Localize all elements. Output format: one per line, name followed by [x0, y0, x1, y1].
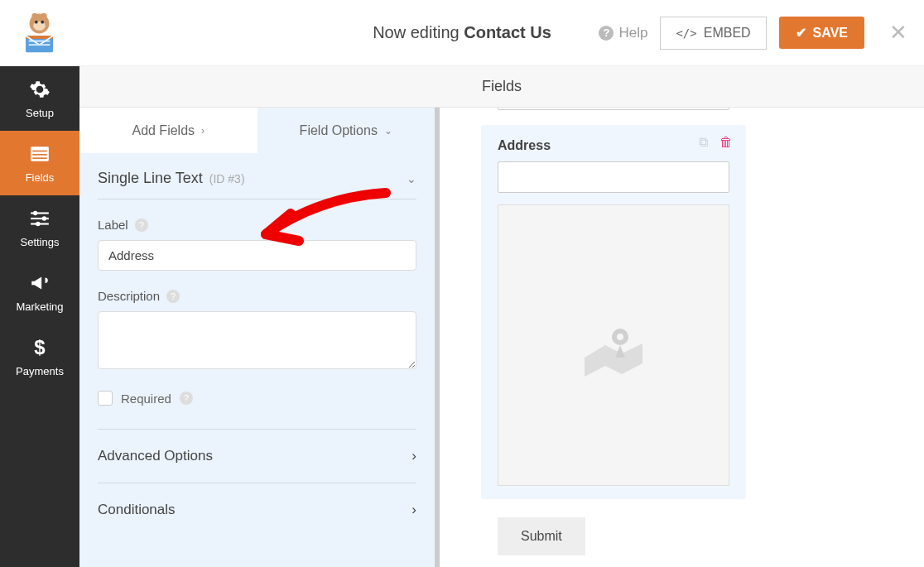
help-icon[interactable]: ? [135, 219, 148, 232]
sidebar-item-payments[interactable]: $ Payments [0, 324, 79, 389]
duplicate-icon[interactable]: ⧉ [699, 135, 708, 150]
tab-add-fields[interactable]: Add Fields› [79, 108, 257, 153]
gear-icon [29, 79, 51, 100]
svg-point-4 [35, 21, 38, 24]
sidebar-item-settings[interactable]: Settings [0, 195, 79, 260]
sidebar-item-setup[interactable]: Setup [0, 66, 79, 131]
required-checkbox[interactable] [98, 391, 113, 406]
tab-field-options[interactable]: Field Options⌄ [257, 108, 436, 153]
svg-rect-8 [29, 41, 51, 42]
chevron-right-icon: › [411, 502, 416, 518]
map-pin-icon [576, 312, 651, 378]
sidebar-item-marketing[interactable]: Marketing [0, 260, 79, 324]
advanced-options-toggle[interactable]: Advanced Options› [98, 429, 416, 483]
embed-button[interactable]: </> EMBED [660, 17, 766, 50]
sidebar-item-fields[interactable]: Fields [0, 131, 79, 195]
close-icon[interactable]: ✕ [889, 20, 907, 46]
help-icon[interactable]: ? [180, 392, 193, 405]
required-label: Required [121, 392, 171, 406]
svg-point-1 [31, 13, 37, 19]
svg-point-2 [41, 13, 46, 19]
svg-rect-11 [32, 150, 46, 151]
chevron-right-icon: › [411, 448, 416, 464]
svg-point-19 [36, 221, 40, 225]
list-icon [29, 143, 51, 165]
svg-rect-13 [32, 157, 46, 159]
help-icon[interactable]: ? [166, 290, 180, 303]
label-label: Label? [98, 218, 416, 232]
sidebar: Setup Fields Settings Marketing $ Paymen… [0, 66, 79, 567]
chevron-down-icon: ⌄ [384, 125, 392, 137]
code-icon: </> [676, 26, 696, 40]
preview-map-placeholder [498, 204, 729, 486]
check-icon: ✔ [796, 25, 806, 41]
field-heading[interactable]: Single Line Text (ID #3) ⌄ [98, 170, 416, 199]
svg-point-21 [617, 334, 623, 340]
save-button[interactable]: ✔ SAVE [779, 17, 864, 49]
submit-button[interactable]: Submit [498, 517, 585, 555]
help-link[interactable]: ? Help [599, 25, 647, 41]
options-panel: Add Fields› Field Options⌄ Single Line T… [79, 108, 440, 567]
top-bar: Now editing Contact Us ? Help </> EMBED … [0, 0, 924, 66]
editing-title: Now editing Contact Us [373, 23, 551, 42]
svg-rect-9 [29, 44, 51, 46]
svg-point-17 [33, 210, 37, 214]
description-input[interactable] [98, 311, 416, 369]
label-input[interactable] [98, 240, 416, 271]
section-header: Fields [79, 66, 924, 108]
preview-address-input[interactable] [498, 161, 729, 193]
chevron-down-icon: ⌄ [407, 172, 416, 185]
trash-icon[interactable]: 🗑 [719, 135, 733, 150]
form-preview: ⧉ 🗑 Address Submit [440, 108, 787, 567]
preview-prev-input[interactable] [498, 108, 729, 110]
help-icon: ? [599, 26, 614, 41]
conditionals-toggle[interactable]: Conditionals› [98, 483, 416, 536]
svg-rect-12 [32, 154, 46, 156]
sliders-icon [29, 208, 51, 229]
chevron-right-icon: › [201, 125, 205, 137]
preview-field-address[interactable]: ⧉ 🗑 Address [481, 125, 746, 499]
megaphone-icon [29, 272, 51, 294]
svg-point-5 [41, 21, 44, 24]
description-label: Description? [98, 289, 416, 303]
dollar-icon: $ [29, 337, 51, 358]
app-logo [17, 10, 62, 55]
svg-point-18 [42, 216, 46, 220]
